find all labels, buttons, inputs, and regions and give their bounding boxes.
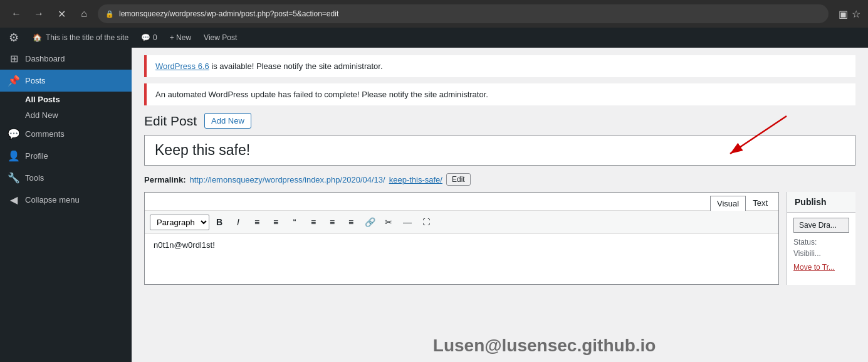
admin-bar-site[interactable]: 🏠 This is the title of the site — [28, 33, 133, 42]
sidebar-item-collapse[interactable]: ◀ Collapse menu — [0, 189, 132, 211]
bold-button[interactable]: B — [211, 214, 228, 230]
hr-button[interactable]: — — [399, 214, 416, 230]
tools-icon: 🔧 — [8, 172, 20, 184]
editor-main: Visual Text Paragraph B I ≡ ≡ “ ≡ ≡ — [144, 192, 779, 285]
site-title: This is the title of the site — [46, 33, 128, 42]
extensions-icon[interactable]: ▣ — [839, 8, 848, 20]
status-row: Status: — [793, 238, 849, 247]
publish-panel: Publish Save Dra... Status: Visibili... … — [787, 192, 855, 285]
bookmark-icon[interactable]: ☆ — [852, 8, 860, 20]
add-new-label: Add New — [25, 110, 58, 120]
comments-label: Comments — [25, 129, 65, 139]
permalink-row: Permalink: http://lemonsqueezy/wordpress… — [144, 171, 855, 192]
profile-icon: 👤 — [8, 150, 20, 162]
view-post-label: View Post — [204, 33, 237, 42]
permalink-slug[interactable]: keep-this-safe/ — [389, 175, 442, 184]
main-layout: ⊞ Dashboard 📌 Posts All Posts Add New 💬 … — [0, 48, 868, 362]
ol-button[interactable]: ≡ — [267, 214, 285, 230]
update-notice-suffix: is available! Please notify the site adm… — [209, 61, 383, 71]
tools-label: Tools — [25, 173, 44, 183]
browser-chrome: ← → ✕ ⌂ 🔒 lemonsqueezy/wordpress/wp-admi… — [0, 0, 868, 28]
align-right-button[interactable]: ≡ — [342, 214, 360, 230]
url-text: lemonsqueezy/wordpress/wp-admin/post.php… — [119, 9, 338, 18]
publish-panel-body: Save Dra... Status: Visibili... Move to … — [787, 213, 855, 279]
close-button[interactable]: ✕ — [53, 5, 70, 23]
edit-post-header: Edit Post Add New — [144, 113, 855, 129]
tab-visual[interactable]: Visual — [710, 196, 746, 211]
paragraph-select[interactable]: Paragraph — [150, 215, 209, 230]
move-to-trash[interactable]: Move to Tr... — [793, 260, 849, 274]
visibility-row: Visibili... — [793, 249, 849, 258]
admin-bar-comments[interactable]: 💬 0 — [136, 33, 162, 42]
italic-button[interactable]: I — [229, 214, 247, 230]
post-title-wrap — [144, 135, 855, 166]
edit-post-heading: Edit Post — [144, 114, 197, 129]
sidebar-item-posts[interactable]: 📌 Posts — [0, 70, 132, 92]
blockquote-button[interactable]: “ — [286, 214, 303, 230]
address-bar[interactable]: 🔒 lemonsqueezy/wordpress/wp-admin/post.p… — [98, 4, 829, 23]
home-icon: 🏠 — [33, 33, 42, 42]
sidebar-item-profile[interactable]: 👤 Profile — [0, 145, 132, 167]
editor-tabs: Visual Text — [145, 193, 778, 211]
profile-label: Profile — [25, 151, 48, 161]
dashboard-label: Dashboard — [25, 54, 65, 63]
edit-slug-button[interactable]: Edit — [446, 173, 471, 186]
wp-logo[interactable]: ⚙ — [5, 29, 23, 46]
failed-update-notice: An automated WordPress update has failed… — [144, 83, 855, 105]
insert-link-button[interactable]: 🔗 — [361, 214, 379, 230]
posts-icon: 📌 — [8, 75, 20, 87]
sidebar-item-tools[interactable]: 🔧 Tools — [0, 167, 132, 189]
forward-button[interactable]: → — [30, 5, 48, 23]
visibility-label: Visibili... — [793, 249, 821, 258]
lock-icon: 🔒 — [105, 10, 114, 18]
permalink-base-url[interactable]: http://lemonsqueezy/wordpress/index.php/… — [189, 175, 385, 184]
new-label: + New — [170, 33, 191, 42]
fullscreen-button[interactable]: ⛶ — [417, 214, 435, 230]
sidebar-item-comments[interactable]: 💬 Comments — [0, 123, 132, 145]
admin-bar-view-post[interactable]: View Post — [199, 33, 242, 42]
align-center-button[interactable]: ≡ — [323, 214, 341, 230]
sidebar-item-dashboard[interactable]: ⊞ Dashboard — [0, 48, 132, 70]
ul-button[interactable]: ≡ — [248, 214, 266, 230]
save-draft-button[interactable]: Save Dra... — [793, 218, 849, 233]
collapse-icon: ◀ — [8, 194, 20, 206]
add-new-button[interactable]: Add New — [204, 113, 251, 129]
sidebar: ⊞ Dashboard 📌 Posts All Posts Add New 💬 … — [0, 48, 132, 362]
sidebar-item-add-new[interactable]: Add New — [0, 107, 132, 123]
comments-count: 0 — [153, 33, 157, 42]
wp-admin-bar: ⚙ 🏠 This is the title of the site 💬 0 + … — [0, 28, 868, 48]
home-button[interactable]: ⌂ — [75, 5, 93, 23]
all-posts-label: All Posts — [25, 95, 60, 104]
browser-right-buttons: ▣ ☆ — [839, 8, 860, 20]
tab-text[interactable]: Text — [746, 195, 775, 210]
post-title-container — [144, 135, 855, 166]
editor-section: Visual Text Paragraph B I ≡ ≡ “ ≡ ≡ — [144, 192, 855, 285]
status-label: Status: — [793, 238, 817, 247]
collapse-label: Collapse menu — [25, 195, 80, 205]
comments-icon: 💬 — [141, 33, 150, 42]
dashboard-icon: ⊞ — [8, 53, 20, 65]
post-title-input[interactable] — [145, 136, 855, 165]
comments-sidebar-icon: 💬 — [8, 128, 20, 140]
editor-toolbar: Paragraph B I ≡ ≡ “ ≡ ≡ ≡ 🔗 ✂ — ⛶ — [145, 211, 778, 234]
update-notice: WordPress 6.6 is available! Please notif… — [144, 55, 855, 77]
posts-label: Posts — [25, 76, 46, 85]
editor-area: Visual Text Paragraph B I ≡ ≡ “ ≡ ≡ — [144, 192, 779, 285]
back-button[interactable]: ← — [8, 5, 25, 23]
publish-panel-header: Publish — [787, 192, 855, 213]
align-left-button[interactable]: ≡ — [305, 214, 322, 230]
failed-notice-text: An automated WordPress update has failed… — [155, 90, 488, 99]
content-text: n0t1n@w0rdl1st! — [154, 240, 770, 250]
content-area: WordPress 6.6 is available! Please notif… — [132, 48, 868, 362]
editor-content[interactable]: n0t1n@w0rdl1st! — [145, 234, 778, 284]
watermark: Lusen@lusensec.github.io — [433, 336, 656, 356]
remove-link-button[interactable]: ✂ — [380, 214, 397, 230]
admin-bar-new[interactable]: + New — [165, 33, 196, 42]
wordpress-update-link[interactable]: WordPress 6.6 — [155, 61, 209, 71]
permalink-label: Permalink: — [144, 175, 186, 184]
sidebar-item-all-posts[interactable]: All Posts — [0, 92, 132, 107]
